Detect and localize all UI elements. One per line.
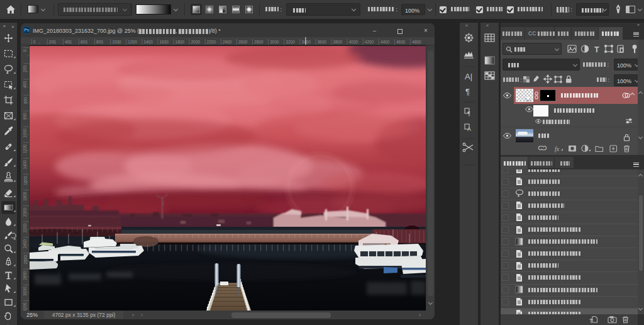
svg-text:0: 0 [23,49,28,52]
svg-text:600: 600 [80,40,87,44]
svg-text:800: 800 [96,40,103,44]
svg-text:3800: 3800 [333,40,343,44]
svg-text:2800: 2800 [23,271,28,280]
svg-text:2200: 2200 [207,40,216,44]
svg-text:¶: ¶ [465,87,470,96]
svg-text:400: 400 [65,40,72,44]
svg-text:1000: 1000 [112,40,121,44]
svg-text:1600: 1600 [23,176,28,185]
svg-text:1800: 1800 [23,191,28,201]
svg-text:3000: 3000 [23,287,28,296]
svg-text:1400: 1400 [143,40,153,44]
svg-text:1200: 1200 [128,40,137,44]
svg-text:2600: 2600 [23,255,28,265]
svg-text:0: 0 [33,40,36,44]
svg-text:¶: ¶ [467,110,470,117]
svg-text:4600: 4600 [396,40,406,44]
svg-text:800: 800 [23,113,28,120]
svg-text:3200: 3200 [286,40,295,44]
svg-text:A: A [467,126,471,132]
svg-text:4000: 4000 [349,40,358,44]
svg-text:A|: A| [465,72,472,81]
svg-text:400: 400 [23,81,28,88]
svg-text:200: 200 [49,40,56,44]
svg-text:4800: 4800 [412,40,421,44]
svg-text:600: 600 [23,97,28,104]
svg-text:2200: 2200 [23,223,28,232]
svg-text:1000: 1000 [23,128,28,138]
svg-text:2000: 2000 [23,207,28,217]
svg-text:200: 200 [23,65,28,72]
svg-text:4400: 4400 [380,40,390,44]
svg-text:2400: 2400 [223,40,232,44]
svg-text:2400: 2400 [23,239,28,249]
svg-text:2600: 2600 [238,40,248,44]
svg-text:fx: fx [555,145,560,152]
svg-text:3200: 3200 [23,302,28,311]
svg-text:1600: 1600 [160,40,169,44]
svg-text:3000: 3000 [270,40,279,44]
svg-text:T: T [594,45,599,54]
svg-text:3600: 3600 [318,40,327,44]
svg-text:1800: 1800 [175,40,185,44]
svg-text:3400: 3400 [301,40,311,44]
svg-text:2800: 2800 [254,40,264,44]
svg-text:2000: 2000 [191,40,201,44]
svg-text:4200: 4200 [365,40,374,44]
svg-text:1400: 1400 [23,160,28,169]
svg-text:1200: 1200 [23,144,28,154]
